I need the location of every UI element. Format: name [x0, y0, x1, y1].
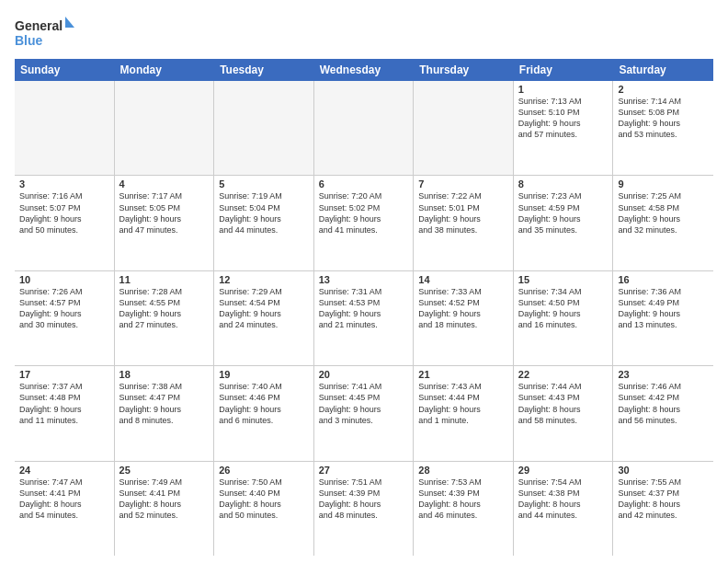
day-info: Sunrise: 7:23 AM Sunset: 4:59 PM Dayligh… — [518, 190, 609, 236]
svg-text:General: General — [15, 18, 63, 33]
day-number: 26 — [219, 465, 309, 476]
calendar-cell: 26Sunrise: 7:50 AM Sunset: 4:40 PM Dayli… — [214, 462, 314, 556]
day-header-saturday: Saturday — [613, 59, 713, 81]
day-header-wednesday: Wednesday — [314, 59, 415, 81]
day-number: 6 — [319, 178, 409, 190]
calendar-cell: 5Sunrise: 7:19 AM Sunset: 5:04 PM Daylig… — [214, 176, 314, 270]
day-number: 23 — [618, 369, 709, 380]
calendar-cell: 21Sunrise: 7:43 AM Sunset: 4:44 PM Dayli… — [414, 366, 514, 460]
day-number: 11 — [119, 274, 210, 285]
day-info: Sunrise: 7:55 AM Sunset: 4:37 PM Dayligh… — [618, 477, 709, 522]
calendar-cell: 3Sunrise: 7:16 AM Sunset: 5:07 PM Daylig… — [15, 176, 115, 270]
day-info: Sunrise: 7:49 AM Sunset: 4:41 PM Dayligh… — [119, 477, 210, 522]
calendar-week-4: 17Sunrise: 7:37 AM Sunset: 4:48 PM Dayli… — [15, 366, 713, 461]
day-header-tuesday: Tuesday — [214, 59, 314, 81]
day-info: Sunrise: 7:40 AM Sunset: 4:46 PM Dayligh… — [219, 381, 309, 426]
day-number: 29 — [518, 465, 609, 476]
day-header-friday: Friday — [514, 59, 614, 81]
day-header-monday: Monday — [115, 59, 215, 81]
day-number: 16 — [618, 274, 709, 285]
calendar-week-3: 10Sunrise: 7:26 AM Sunset: 4:57 PM Dayli… — [15, 271, 713, 366]
day-info: Sunrise: 7:17 AM Sunset: 5:05 PM Dayligh… — [119, 190, 210, 236]
calendar-cell: 2Sunrise: 7:14 AM Sunset: 5:08 PM Daylig… — [613, 81, 713, 175]
calendar-body: 1Sunrise: 7:13 AM Sunset: 5:10 PM Daylig… — [15, 81, 713, 556]
day-info: Sunrise: 7:53 AM Sunset: 4:39 PM Dayligh… — [418, 477, 508, 522]
day-number: 9 — [618, 178, 709, 190]
day-info: Sunrise: 7:13 AM Sunset: 5:10 PM Dayligh… — [518, 96, 609, 141]
calendar-cell: 10Sunrise: 7:26 AM Sunset: 4:57 PM Dayli… — [15, 271, 115, 365]
day-number: 17 — [19, 369, 109, 380]
day-number: 30 — [618, 465, 709, 476]
svg-marker-2 — [65, 17, 74, 28]
day-info: Sunrise: 7:41 AM Sunset: 4:45 PM Dayligh… — [319, 381, 409, 426]
day-info: Sunrise: 7:44 AM Sunset: 4:43 PM Dayligh… — [518, 381, 609, 426]
calendar-cell: 13Sunrise: 7:31 AM Sunset: 4:53 PM Dayli… — [314, 271, 415, 365]
day-info: Sunrise: 7:26 AM Sunset: 4:57 PM Dayligh… — [19, 286, 109, 331]
header: GeneralBlue — [15, 15, 713, 52]
day-info: Sunrise: 7:31 AM Sunset: 4:53 PM Dayligh… — [319, 286, 409, 331]
calendar-cell: 6Sunrise: 7:20 AM Sunset: 5:02 PM Daylig… — [314, 176, 415, 270]
calendar-cell: 8Sunrise: 7:23 AM Sunset: 4:59 PM Daylig… — [514, 176, 614, 270]
day-info: Sunrise: 7:54 AM Sunset: 4:38 PM Dayligh… — [518, 477, 609, 522]
page: GeneralBlue SundayMondayTuesdayWednesday… — [0, 0, 728, 563]
day-info: Sunrise: 7:14 AM Sunset: 5:08 PM Dayligh… — [618, 96, 709, 141]
day-number: 18 — [119, 369, 210, 380]
day-number: 22 — [518, 369, 609, 380]
calendar-cell: 16Sunrise: 7:36 AM Sunset: 4:49 PM Dayli… — [613, 271, 713, 365]
calendar-cell: 4Sunrise: 7:17 AM Sunset: 5:05 PM Daylig… — [115, 176, 215, 270]
calendar-cell — [314, 81, 415, 175]
logo: GeneralBlue — [15, 15, 79, 52]
calendar-week-2: 3Sunrise: 7:16 AM Sunset: 5:07 PM Daylig… — [15, 176, 713, 270]
calendar-cell — [115, 81, 215, 175]
logo-svg: GeneralBlue — [15, 15, 79, 52]
calendar-cell: 23Sunrise: 7:46 AM Sunset: 4:42 PM Dayli… — [613, 366, 713, 460]
day-info: Sunrise: 7:22 AM Sunset: 5:01 PM Dayligh… — [418, 190, 508, 236]
calendar-cell: 17Sunrise: 7:37 AM Sunset: 4:48 PM Dayli… — [15, 366, 115, 460]
calendar-cell: 7Sunrise: 7:22 AM Sunset: 5:01 PM Daylig… — [414, 176, 514, 270]
day-header-sunday: Sunday — [15, 59, 115, 81]
day-number: 14 — [418, 274, 508, 285]
day-info: Sunrise: 7:25 AM Sunset: 4:58 PM Dayligh… — [618, 190, 709, 236]
calendar-cell — [15, 81, 115, 175]
day-info: Sunrise: 7:47 AM Sunset: 4:41 PM Dayligh… — [19, 477, 109, 522]
day-info: Sunrise: 7:16 AM Sunset: 5:07 PM Dayligh… — [19, 190, 109, 236]
day-info: Sunrise: 7:38 AM Sunset: 4:47 PM Dayligh… — [119, 381, 210, 426]
calendar-week-1: 1Sunrise: 7:13 AM Sunset: 5:10 PM Daylig… — [15, 81, 713, 176]
day-info: Sunrise: 7:51 AM Sunset: 4:39 PM Dayligh… — [319, 477, 409, 522]
day-info: Sunrise: 7:33 AM Sunset: 4:52 PM Dayligh… — [418, 286, 508, 331]
day-info: Sunrise: 7:20 AM Sunset: 5:02 PM Dayligh… — [319, 190, 409, 236]
day-number: 8 — [518, 178, 609, 190]
day-number: 24 — [19, 465, 109, 476]
day-info: Sunrise: 7:28 AM Sunset: 4:55 PM Dayligh… — [119, 286, 210, 331]
calendar-cell: 24Sunrise: 7:47 AM Sunset: 4:41 PM Dayli… — [15, 462, 115, 556]
day-number: 5 — [219, 178, 309, 190]
day-info: Sunrise: 7:43 AM Sunset: 4:44 PM Dayligh… — [418, 381, 508, 426]
calendar-cell: 11Sunrise: 7:28 AM Sunset: 4:55 PM Dayli… — [115, 271, 215, 365]
calendar-cell — [214, 81, 314, 175]
day-info: Sunrise: 7:29 AM Sunset: 4:54 PM Dayligh… — [219, 286, 309, 331]
day-number: 2 — [618, 84, 709, 95]
day-number: 3 — [19, 178, 109, 190]
calendar-cell: 22Sunrise: 7:44 AM Sunset: 4:43 PM Dayli… — [514, 366, 614, 460]
day-number: 4 — [119, 178, 210, 190]
calendar-cell: 30Sunrise: 7:55 AM Sunset: 4:37 PM Dayli… — [613, 462, 713, 556]
day-number: 15 — [518, 274, 609, 285]
calendar-cell — [414, 81, 514, 175]
day-info: Sunrise: 7:37 AM Sunset: 4:48 PM Dayligh… — [19, 381, 109, 426]
calendar-cell: 25Sunrise: 7:49 AM Sunset: 4:41 PM Dayli… — [115, 462, 215, 556]
day-info: Sunrise: 7:19 AM Sunset: 5:04 PM Dayligh… — [219, 190, 309, 236]
calendar: SundayMondayTuesdayWednesdayThursdayFrid… — [15, 59, 713, 556]
day-info: Sunrise: 7:50 AM Sunset: 4:40 PM Dayligh… — [219, 477, 309, 522]
calendar-week-5: 24Sunrise: 7:47 AM Sunset: 4:41 PM Dayli… — [15, 462, 713, 556]
calendar-header: SundayMondayTuesdayWednesdayThursdayFrid… — [15, 59, 713, 81]
calendar-cell: 29Sunrise: 7:54 AM Sunset: 4:38 PM Dayli… — [514, 462, 614, 556]
svg-text:Blue: Blue — [15, 33, 43, 48]
day-number: 27 — [319, 465, 409, 476]
day-number: 19 — [219, 369, 309, 380]
calendar-cell: 1Sunrise: 7:13 AM Sunset: 5:10 PM Daylig… — [514, 81, 614, 175]
calendar-cell: 19Sunrise: 7:40 AM Sunset: 4:46 PM Dayli… — [214, 366, 314, 460]
day-number: 25 — [119, 465, 210, 476]
calendar-cell: 28Sunrise: 7:53 AM Sunset: 4:39 PM Dayli… — [414, 462, 514, 556]
day-number: 21 — [418, 369, 508, 380]
day-number: 28 — [418, 465, 508, 476]
